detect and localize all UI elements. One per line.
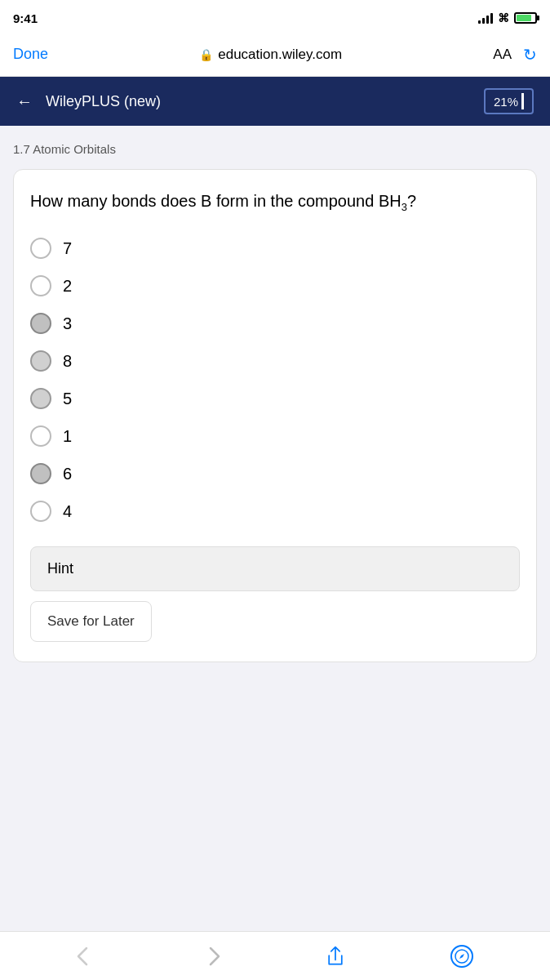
signal-icon xyxy=(478,13,493,24)
progress-bar-cursor xyxy=(521,93,524,109)
progress-value: 21% xyxy=(494,95,518,109)
radio-4[interactable] xyxy=(30,501,51,522)
answer-options: 7 2 3 8 5 1 xyxy=(30,238,520,522)
compass-button[interactable] xyxy=(434,938,490,974)
option-8-label: 8 xyxy=(63,352,72,371)
battery-icon xyxy=(514,12,537,24)
lock-icon: 🔒 xyxy=(199,48,213,61)
save-later-button[interactable]: Save for Later xyxy=(30,601,152,642)
option-6[interactable]: 6 xyxy=(30,463,520,484)
compass-icon xyxy=(450,945,473,968)
nav-forward-button[interactable] xyxy=(193,940,237,973)
status-left: 9:41 xyxy=(13,11,38,25)
radio-3[interactable] xyxy=(30,313,51,334)
time-display: 9:41 xyxy=(13,11,38,25)
option-5[interactable]: 5 xyxy=(30,388,520,409)
url-text: education.wiley.com xyxy=(218,47,342,63)
option-3-label: 3 xyxy=(63,314,72,333)
bottom-nav xyxy=(0,931,550,980)
option-4[interactable]: 4 xyxy=(30,501,520,522)
radio-8[interactable] xyxy=(30,350,51,372)
option-1-label: 1 xyxy=(63,427,72,446)
option-5-label: 5 xyxy=(63,390,72,408)
hint-button[interactable]: Hint xyxy=(30,546,520,591)
question-text: How many bonds does B form in the compou… xyxy=(30,189,520,215)
browser-bar: Done 🔒 education.wiley.com AA ↻ xyxy=(0,36,550,77)
option-7-label: 7 xyxy=(63,239,72,258)
option-7[interactable]: 7 xyxy=(30,238,520,259)
progress-badge: 21% xyxy=(484,88,534,114)
refresh-button[interactable]: ↻ xyxy=(523,45,537,65)
text-size-button[interactable]: AA xyxy=(493,47,512,63)
option-3[interactable]: 3 xyxy=(30,313,520,334)
option-1[interactable]: 1 xyxy=(30,425,520,447)
share-button[interactable] xyxy=(325,946,346,967)
status-bar: 9:41 ⌘ xyxy=(0,0,550,36)
nav-title: WileyPLUS (new) xyxy=(46,93,471,110)
radio-1[interactable] xyxy=(30,425,51,447)
status-right: ⌘ xyxy=(478,11,537,24)
option-8[interactable]: 8 xyxy=(30,350,520,372)
option-2-label: 2 xyxy=(63,277,72,296)
question-card: How many bonds does B form in the compou… xyxy=(13,169,537,662)
done-button[interactable]: Done xyxy=(13,42,48,66)
wifi-icon: ⌘ xyxy=(498,11,509,24)
radio-5[interactable] xyxy=(30,388,51,409)
option-4-label: 4 xyxy=(63,502,72,521)
option-6-label: 6 xyxy=(63,465,72,483)
section-title: 1.7 Atomic Orbitals xyxy=(13,142,537,156)
share-icon xyxy=(325,946,346,967)
nav-bar: ← WileyPLUS (new) 21% xyxy=(0,77,550,126)
nav-back-button[interactable] xyxy=(60,940,104,973)
browser-actions: AA ↻ xyxy=(493,45,537,65)
radio-7[interactable] xyxy=(30,238,51,259)
radio-6[interactable] xyxy=(30,463,51,484)
back-button[interactable]: ← xyxy=(16,92,33,111)
main-content: 1.7 Atomic Orbitals How many bonds does … xyxy=(0,126,550,692)
url-bar: 🔒 education.wiley.com xyxy=(48,47,493,63)
option-2[interactable]: 2 xyxy=(30,275,520,296)
radio-2[interactable] xyxy=(30,275,51,296)
